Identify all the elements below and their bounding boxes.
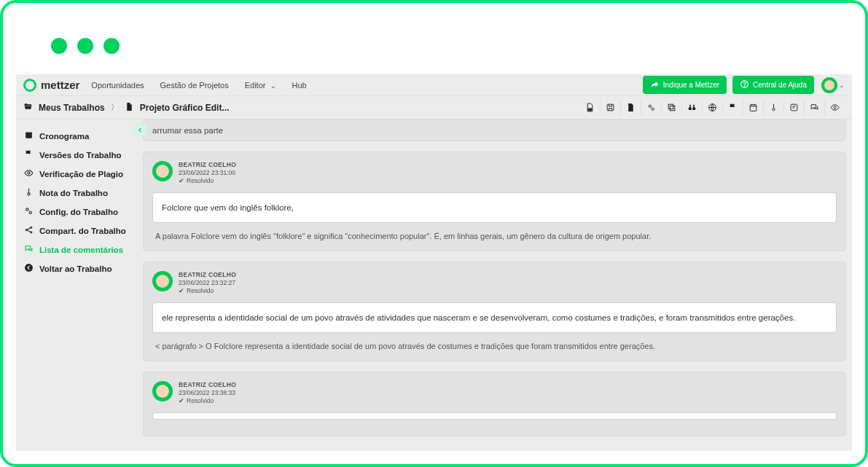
svg-rect-6 [670,106,675,111]
svg-rect-15 [791,104,797,111]
logo-icon [23,79,36,92]
nav-oportunidades[interactable]: Oportunidades [91,81,144,90]
subheader: Meus Trabalhos 〉 Projeto Gráfico Edit...… [16,96,852,119]
comment-quote: < parágrafo > O Folclore representa a id… [152,340,837,352]
main-content: arrumar essa parte BEATRIZ COELHO 23/06/… [140,119,852,451]
svg-rect-3 [607,104,614,111]
sidebar-item-label: Verificação de Plagio [39,170,123,178]
avatar [152,161,173,181]
pdf-icon[interactable]: PDF [579,101,600,115]
svg-point-24 [30,227,31,228]
comment-header: BEATRIZ COELHO 23/06/2022 23:32:27 ✔ Res… [152,271,837,295]
sidebar-item-label: Nota do Trabalho [39,189,108,197]
comment-body[interactable]: ele representa a identidade social de um… [152,302,837,333]
svg-point-21 [26,208,28,211]
svg-point-26 [25,264,33,272]
flag-icon[interactable] [722,101,743,115]
check-icon: ✔ [179,397,184,405]
chevron-right-icon: 〉 [111,102,119,113]
sidebar-item-nota[interactable]: Nota do Trabalho [16,184,140,203]
help-icon [740,79,749,90]
chevron-down-icon: ⌄ [270,82,276,90]
nav-gestao-projetos[interactable]: Gestão de Projetos [160,81,229,90]
avatar [152,381,173,401]
sidebar-item-config[interactable]: Config. do Trabalho [16,203,140,221]
comment-author: BEATRIZ COELHO [179,271,236,279]
svg-point-20 [27,193,29,195]
indicate-button[interactable]: Indique a Mettzer [643,76,727,94]
comment-meta: BEATRIZ COELHO 23/06/2022 23:32:27 ✔ Res… [179,271,236,295]
thermometer-icon[interactable] [763,101,783,115]
fragment-text: arrumar essa parte [152,126,223,135]
help-button[interactable]: Central de Ajuda [732,76,814,94]
svg-point-19 [27,172,29,174]
comment-date: 23/06/2022 23:38:33 [179,389,236,397]
comment-meta: BEATRIZ COELHO 23/06/2022 23:38:33 ✔ Res… [179,381,236,405]
save-icon[interactable] [600,101,620,115]
window-dot[interactable] [51,38,67,54]
settings-icon[interactable] [641,101,661,115]
eye-icon[interactable] [824,101,845,115]
fragment-card: arrumar essa parte [143,119,846,141]
breadcrumb-root[interactable]: Meus Trabalhos [39,103,105,113]
comment-date: 23/06/2022 23:32:27 [179,279,236,287]
comment-body[interactable]: Folclore que vem do inglês folklore, [152,192,837,223]
comments-icon[interactable] [804,101,824,115]
note-icon[interactable] [783,101,804,115]
svg-point-8 [689,107,692,110]
binoculars-icon[interactable] [681,101,702,115]
comment-meta: BEATRIZ COELHO 23/06/2022 23:31:00 ✔ Res… [179,161,236,185]
comment-date: 23/06/2022 23:31:00 [179,169,236,177]
sidebar-item-label: Compart. do Trabalho [39,227,126,235]
comment-quote: A palavra Folclore vem do inglês "folklo… [152,230,837,242]
sidebar-item-comentarios[interactable]: Lista de comentários [16,240,140,259]
sidebar-item-label: Versões do Trabalho [39,151,121,160]
sidebar-item-cronograma[interactable]: Cronograma [16,127,140,146]
help-label: Central de Ajuda [753,81,807,89]
comment-card: BEATRIZ COELHO 23/06/2022 23:31:00 ✔ Res… [143,152,846,251]
sidebar-item-voltar[interactable]: Voltar ao Trabalho [16,259,140,278]
svg-point-25 [30,232,31,233]
calendar-icon[interactable] [743,101,763,115]
svg-point-5 [652,108,654,110]
nav-hub[interactable]: Hub [292,81,307,90]
top-nav: mettzer Oportunidades Gestão de Projetos… [16,74,852,96]
sidebar-item-label: Voltar ao Trabalho [39,264,112,273]
document-icon[interactable] [620,101,641,115]
copy-icon[interactable] [661,101,681,115]
body-area: ‹ Cronograma Versões do Trabalho Verific… [16,119,852,451]
share-icon [23,225,34,237]
globe-icon[interactable] [702,101,722,115]
eye-icon [23,168,34,180]
sidebar-item-label: Cronograma [39,132,89,141]
svg-rect-13 [750,105,756,111]
breadcrumb-current[interactable]: Projeto Gráfico Edit... [140,103,230,113]
indicate-label: Indique a Mettzer [663,81,719,89]
user-menu-chevron[interactable]: ⌄ [839,82,845,89]
svg-point-9 [692,107,695,110]
flag-icon [23,149,34,161]
svg-point-14 [773,109,775,111]
svg-text:PDF: PDF [587,109,592,111]
svg-point-16 [834,106,836,109]
window-dot[interactable] [77,38,93,54]
window-dot[interactable] [103,38,120,54]
check-icon: ✔ [179,287,184,295]
comment-status: ✔ Resolvido [179,397,236,405]
nav-editor[interactable]: Editor ⌄ [245,81,276,90]
sidebar-item-versoes[interactable]: Versões do Trabalho [16,146,140,165]
sidebar-item-plagio[interactable]: Verificação de Plagio [16,165,140,184]
toolbar: PDF [579,101,845,115]
svg-point-1 [744,86,745,87]
comment-card: BEATRIZ COELHO 23/06/2022 23:32:27 ✔ Res… [143,262,846,361]
svg-rect-18 [26,133,32,134]
breadcrumb: Meus Trabalhos 〉 Projeto Gráfico Edit... [23,102,229,114]
collapse-sidebar-button[interactable]: ‹ [133,122,147,137]
avatar [152,271,173,291]
comment-body[interactable] [152,412,837,420]
user-avatar[interactable] [821,77,837,93]
svg-rect-10 [689,105,691,107]
sidebar-item-compartilhar[interactable]: Compart. do Trabalho [16,221,140,240]
logo[interactable]: mettzer [23,79,79,92]
share-arrow-icon [650,79,660,90]
